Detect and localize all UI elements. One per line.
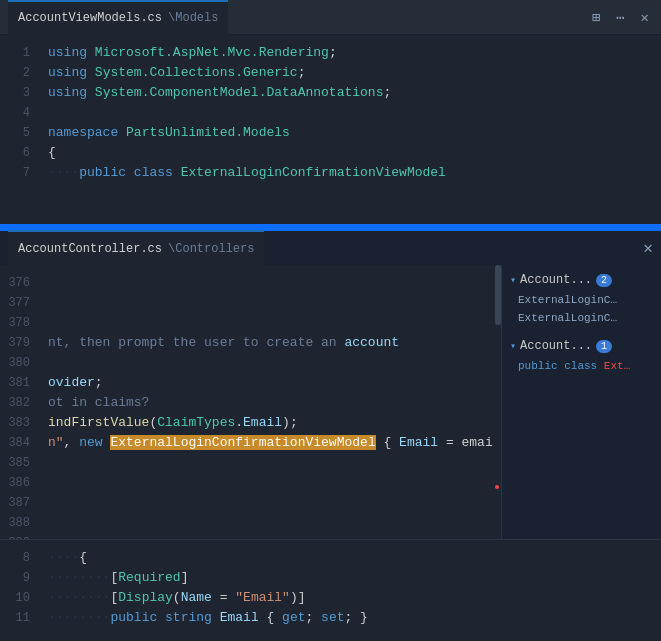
peek-item-1-2[interactable]: ExternalLoginC…	[502, 309, 661, 327]
bottom-bottom-line-numbers: 8 9 10 11	[0, 540, 40, 636]
line-num-5: 5	[0, 123, 30, 143]
code-line-7: ····public class ExternalLoginConfirmati…	[40, 163, 661, 183]
line-num-1: 1	[0, 43, 30, 63]
code-line-380	[40, 353, 493, 373]
line-num-7: 7	[0, 163, 30, 183]
line-num-383: 383	[0, 413, 30, 433]
bottom-tab-filename: AccountController.cs	[18, 242, 162, 256]
bottom-line-numbers: 376 377 378 379 380 381 382 383 384 385 …	[0, 265, 40, 539]
line-num-386: 386	[0, 473, 30, 493]
line-num-382: 382	[0, 393, 30, 413]
scrollbar-track[interactable]	[493, 265, 501, 539]
line-num-4: 4	[0, 103, 30, 123]
code-line-10: ········[Display(Name = "Email")]	[40, 588, 661, 608]
close-bottom-tab-button[interactable]: ✕	[643, 238, 653, 258]
code-line-389	[40, 533, 493, 539]
code-line-385	[40, 453, 493, 473]
code-line-4	[40, 103, 661, 123]
code-line-5: namespace PartsUnlimited.Models	[40, 123, 661, 143]
bottom-code-area-bottom[interactable]: ····{ ········[Required] ········[Displa…	[40, 540, 661, 636]
top-tab-accountviewmodels[interactable]: AccountViewModels.cs \Models	[8, 0, 228, 35]
bottom-tab-bar: AccountController.cs \Controllers ✕	[0, 230, 661, 265]
line-num-377: 377	[0, 293, 30, 313]
line-num-381: 381	[0, 373, 30, 393]
code-line-6: {	[40, 143, 661, 163]
line-num-9: 9	[0, 568, 30, 588]
code-line-11: ········public string Email { get; set; …	[40, 608, 661, 628]
code-line-387	[40, 493, 493, 513]
bottom-tab-accountcontroller[interactable]: AccountController.cs \Controllers	[8, 230, 264, 265]
top-line-numbers: 1 2 3 4 5 6 7	[0, 35, 40, 227]
chevron-down-icon-2: ▾	[510, 340, 516, 352]
more-actions-icon[interactable]: ⋯	[612, 7, 628, 28]
peek-section-2-badge: 1	[596, 340, 612, 353]
close-top-tab-button[interactable]: ✕	[637, 7, 653, 28]
code-line-376	[40, 273, 493, 293]
peek-item-1-1[interactable]: ExternalLoginC…	[502, 291, 661, 309]
line-num-6: 6	[0, 143, 30, 163]
line-num-389: 389	[0, 533, 30, 539]
peek-item-2-1[interactable]: public class Ext…	[502, 357, 661, 375]
bottom-code-area-main[interactable]: nt, then prompt the user to create an ac…	[40, 265, 493, 539]
code-line-383: indFirstValue(ClaimTypes.Email);	[40, 413, 493, 433]
split-editor-icon[interactable]: ⊞	[588, 7, 604, 28]
code-line-1: using Microsoft.AspNet.Mvc.Rendering;	[40, 43, 661, 63]
line-num-11: 11	[0, 608, 30, 628]
code-line-8: ····{	[40, 548, 661, 568]
top-code-area[interactable]: using Microsoft.AspNet.Mvc.Rendering; us…	[40, 35, 661, 227]
code-line-381: ovider;	[40, 373, 493, 393]
peek-section-2-label: Account...	[520, 339, 592, 353]
code-line-9: ········[Required]	[40, 568, 661, 588]
code-line-378	[40, 313, 493, 333]
line-num-3: 3	[0, 83, 30, 103]
bottom-code-bottom: 8 9 10 11 ····{ ········[Required] ·····…	[0, 539, 661, 636]
line-num-8: 8	[0, 548, 30, 568]
peek-section-1-badge: 2	[596, 274, 612, 287]
code-line-2: using System.Collections.Generic;	[40, 63, 661, 83]
line-num-387: 387	[0, 493, 30, 513]
peek-panel: ▾ Account... 2 ExternalLoginC… ExternalL…	[501, 265, 661, 539]
peek-section-2: ▾ Account... 1 public class Ext…	[502, 331, 661, 379]
code-line-3: using System.ComponentModel.DataAnnotati…	[40, 83, 661, 103]
top-editor-pane: 1 2 3 4 5 6 7 using Microsoft.AspNet.Mvc…	[0, 35, 661, 230]
chevron-down-icon-1: ▾	[510, 274, 516, 286]
peek-section-header-1[interactable]: ▾ Account... 2	[502, 269, 661, 291]
line-num-376: 376	[0, 273, 30, 293]
code-line-384: n", new ExternalLoginConfirmationViewMod…	[40, 433, 493, 453]
line-num-388: 388	[0, 513, 30, 533]
peek-section-1: ▾ Account... 2 ExternalLoginC… ExternalL…	[502, 265, 661, 331]
line-num-2: 2	[0, 63, 30, 83]
bottom-editor-with-peek: 376 377 378 379 380 381 382 383 384 385 …	[0, 265, 661, 539]
code-line-379: nt, then prompt the user to create an ac…	[40, 333, 493, 353]
top-tab-path: \Models	[168, 11, 218, 25]
code-line-386	[40, 473, 493, 493]
line-num-384: 384	[0, 433, 30, 453]
line-num-378: 378	[0, 313, 30, 333]
bottom-section: AccountController.cs \Controllers ✕ 376 …	[0, 230, 661, 636]
scroll-indicator	[0, 224, 661, 227]
code-line-377	[40, 293, 493, 313]
top-tab-bar: AccountViewModels.cs \Models ⊞ ⋯ ✕	[0, 0, 661, 35]
code-line-388	[40, 513, 493, 533]
peek-section-1-label: Account...	[520, 273, 592, 287]
code-line-382: ot in claims?	[40, 393, 493, 413]
line-num-385: 385	[0, 453, 30, 473]
bottom-tab-path: \Controllers	[168, 242, 254, 256]
line-num-380: 380	[0, 353, 30, 373]
peek-section-header-2[interactable]: ▾ Account... 1	[502, 335, 661, 357]
top-tab-controls: ⊞ ⋯ ✕	[588, 7, 653, 28]
line-num-379: 379	[0, 333, 30, 353]
line-num-10: 10	[0, 588, 30, 608]
top-tab-filename: AccountViewModels.cs	[18, 11, 162, 25]
